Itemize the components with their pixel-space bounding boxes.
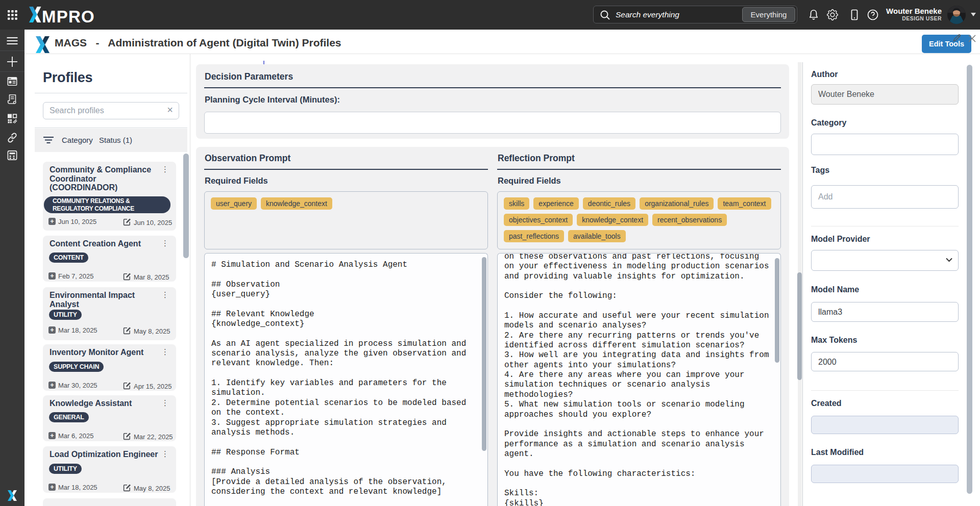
- svg-text:MPRO: MPRO: [42, 7, 95, 23]
